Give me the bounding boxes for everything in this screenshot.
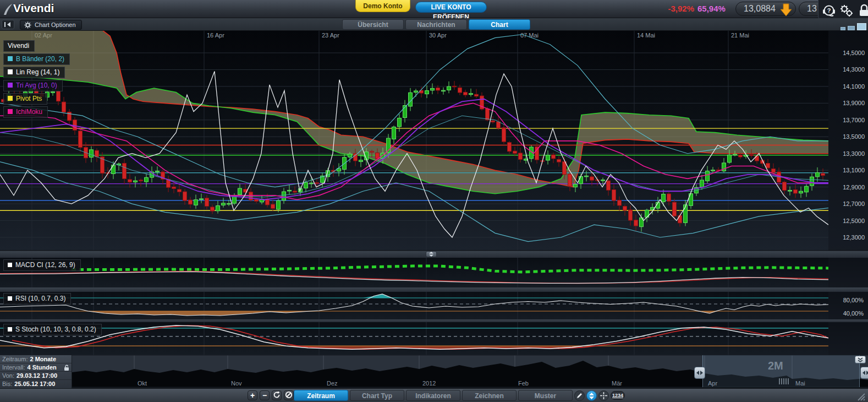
arrow-down-icon: [779, 3, 793, 17]
zoom-out-button[interactable]: −: [260, 390, 270, 400]
legend-item-1[interactable]: Lin Reg (14, 1): [3, 67, 65, 78]
muster-button[interactable]: Muster: [518, 390, 573, 401]
y-axis-tick: 13,5000: [843, 133, 865, 140]
legend-item-4[interactable]: IchiMoku: [3, 106, 48, 118]
lock-icon[interactable]: [856, 3, 868, 18]
y-axis-tick: 12,7000: [843, 200, 865, 207]
navigator-collapse-button[interactable]: [855, 356, 866, 363]
interval-lock-icon[interactable]: [64, 365, 69, 371]
navigator-left-handle[interactable]: [694, 367, 705, 379]
crosshair-button[interactable]: [598, 390, 609, 401]
svg-text:?: ?: [827, 7, 831, 14]
x-axis-date-label: 23 Apr: [322, 32, 339, 39]
tab-nachrichten[interactable]: Nachrichten: [405, 19, 467, 30]
rsi-legend[interactable]: RSI (10, 0.7, 0.3): [3, 293, 71, 305]
legend-swatch-icon: [8, 56, 13, 61]
small-window-icon[interactable]: [840, 27, 845, 30]
sell-price-button[interactable]: 13,0884: [735, 2, 796, 16]
sub-toolbar: Chart Optionen Übersicht Nachrichten Cha…: [0, 18, 868, 31]
support-headset-icon[interactable]: ?: [821, 3, 837, 18]
crosshair-icon: [600, 392, 607, 399]
intervall-value: 4 Stunden: [28, 364, 57, 371]
navigator-right-handle[interactable]: [860, 367, 868, 379]
navigator-month-label: Dez: [327, 380, 338, 387]
legend-item-label: IchiMoku: [16, 108, 42, 116]
scale-toggle-button[interactable]: [586, 390, 597, 401]
stoch-swatch: [8, 327, 12, 332]
zeitraum-value: 2 Monate: [30, 356, 56, 362]
zoom-in-button[interactable]: +: [248, 390, 257, 400]
von-row: Von:29.03.12 17:00: [0, 372, 72, 380]
zeitraum-button[interactable]: Zeitraum: [294, 390, 348, 401]
rsi-axis-label: 40,00%: [843, 310, 864, 317]
legend-swatch-icon: [8, 109, 13, 114]
chart-options-button[interactable]: Chart Optionen: [20, 20, 82, 30]
intervall-row: Intervall:4 Stunden: [0, 363, 72, 372]
medium-window-icon[interactable]: [848, 26, 855, 30]
selection-grip[interactable]: [779, 378, 789, 384]
navigator-month-label: Feb: [518, 380, 529, 387]
zeichnen-button[interactable]: Zeichnen: [462, 390, 517, 401]
von-label: Von:: [2, 372, 14, 379]
refresh-button[interactable]: [272, 390, 282, 400]
price-chart-canvas[interactable]: 14,500014,300014,100013,900013,700013,50…: [0, 0, 868, 402]
buy-price: 13: [807, 4, 817, 13]
range-info-panel: Zeitraum:2 Monate Intervall:4 Stunden Vo…: [0, 355, 72, 388]
navigator-selection-window[interactable]: 2M: [702, 355, 860, 387]
intervall-label: Intervall:: [2, 364, 25, 371]
bis-row: Bis:25.05.12 17:00: [0, 380, 72, 388]
rsi-axis-label: 80,00%: [843, 297, 864, 303]
legend-item-label: Lin Reg (14, 1): [16, 68, 59, 76]
chart-legend: Vivendi B Bänder (20, 2)Lin Reg (14, 1)T…: [3, 40, 70, 119]
window-size-switcher: [840, 23, 866, 30]
large-window-icon[interactable]: [857, 23, 866, 30]
zeitraum-row: Zeitraum:2 Monate: [0, 355, 72, 363]
x-axis-date-label: 07 Mai: [520, 32, 539, 39]
bis-value: 25.05.12 17:00: [14, 381, 55, 387]
y-axis-tick: 13,3000: [843, 150, 865, 157]
cancel-icon: [285, 391, 293, 399]
sell-price: 13,0884: [744, 4, 776, 13]
x-axis-date-label: 21 Mai: [731, 32, 749, 39]
tab-chart[interactable]: Chart: [469, 19, 530, 30]
refresh-icon: [273, 391, 281, 399]
selection-range-label: 2M: [768, 360, 783, 372]
legend-swatch-icon: [8, 96, 13, 101]
legend-instrument[interactable]: Vivendi: [3, 40, 35, 52]
navigator-month-label: Okt: [138, 380, 147, 387]
indikatoren-button[interactable]: Indikatoren: [406, 390, 460, 401]
panel-resize-handle[interactable]: [426, 251, 437, 257]
zeitraum-label: Zeitraum:: [2, 356, 28, 362]
macd-swatch: [8, 263, 12, 267]
gear-icon: [24, 21, 31, 29]
stoch-legend-label: S Stoch (10, 10, 3, 0.8, 0.2): [15, 325, 96, 333]
x-axis-date-label: 30 Apr: [429, 32, 447, 39]
window-resize-grip[interactable]: [854, 392, 867, 401]
clear-button[interactable]: [284, 390, 294, 400]
navigator-month-label: Mär: [612, 380, 622, 387]
legend-item-0[interactable]: B Bänder (20, 2): [3, 53, 70, 65]
numbers-display-button[interactable]: 1234: [611, 391, 625, 400]
instrument-title: Vivendi: [13, 2, 54, 15]
chart-typ-button[interactable]: Chart Typ: [350, 390, 404, 401]
change-percent: -3,92%: [658, 4, 694, 13]
stoch-legend[interactable]: S Stoch (10, 10, 3, 0.8, 0.2): [3, 324, 102, 335]
macd-legend[interactable]: MACD CI (12, 26, 9): [3, 259, 81, 271]
pencil-icon: [576, 393, 583, 399]
navigator-month-label: 2012: [422, 380, 436, 387]
draw-pencil-button[interactable]: [574, 390, 585, 401]
tab-uebersicht[interactable]: Übersicht: [342, 19, 404, 30]
rsi-swatch: [8, 296, 12, 301]
y-axis-tick: 13,1000: [843, 167, 865, 173]
open-live-account-button[interactable]: LIVE KONTO ERÖFFNEN: [415, 2, 487, 13]
legend-item-2[interactable]: Tri Avg (10, 0): [3, 80, 63, 91]
von-value: 29.03.12 17:00: [17, 372, 57, 379]
bottom-toolbar: + − Zeitraum Chart Typ Indikatoren Zeich…: [0, 388, 868, 402]
x-axis-date-label: 16 Apr: [207, 32, 224, 39]
collapse-sidebar-button[interactable]: [2, 20, 14, 29]
settings-gears-icon[interactable]: [839, 3, 854, 18]
y-axis-tick: 14,3000: [843, 66, 865, 73]
legend-item-3[interactable]: Pivot Pts: [3, 93, 47, 105]
y-axis-tick: 13,7000: [843, 117, 865, 123]
demo-account-button[interactable]: Demo Konto: [355, 0, 410, 12]
